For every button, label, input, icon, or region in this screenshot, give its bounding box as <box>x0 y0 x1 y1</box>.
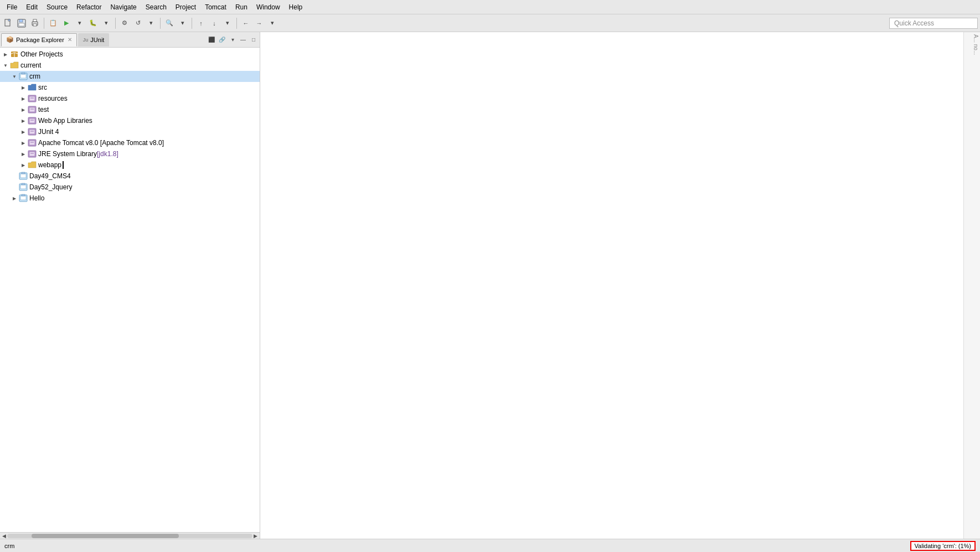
tree-label-jre-system-library: JRE System Library <box>38 150 97 158</box>
external-tools-button[interactable]: ⚙ <box>118 17 131 29</box>
run-dropdown[interactable]: ▾ <box>74 17 86 29</box>
toolbar-sep-4 <box>192 18 192 29</box>
svg-rect-36 <box>22 183 25 185</box>
scrollbar-thumb[interactable] <box>32 534 179 538</box>
toolbar-sep-2 <box>115 18 116 29</box>
forward-button[interactable]: → <box>253 17 265 29</box>
tree-item-webapp[interactable]: webapp <box>0 159 260 171</box>
tab-package-explorer[interactable]: 📦 Package Explorer ✕ <box>1 33 77 47</box>
menu-help[interactable]: Help <box>285 2 307 12</box>
view-menu-button[interactable]: ▾ <box>228 35 238 45</box>
tree-arrow-jre-system-library[interactable] <box>19 149 28 158</box>
tree-item-other-projects[interactable]: Other Projects <box>0 49 260 60</box>
tree-item-apache-tomcat[interactable]: Apache Tomcat v8.0 [Apache Tomcat v8.0] <box>0 137 260 148</box>
run-button[interactable]: ▶ <box>60 17 73 29</box>
svg-rect-32 <box>20 174 26 178</box>
scroll-right-button[interactable]: ▶ <box>252 533 259 539</box>
tree-item-junit4[interactable]: JUnit 4 <box>0 126 260 137</box>
tree-label-secondary-jre-system-library: [jdk1.8] <box>97 150 118 158</box>
collapse-all-button[interactable]: ⬛ <box>207 35 216 45</box>
menu-edit[interactable]: Edit <box>22 2 42 12</box>
tree-icon-apache-tomcat <box>28 138 37 147</box>
tree-label-test: test <box>38 106 49 114</box>
tab-junit[interactable]: Ju JUnit <box>78 33 110 47</box>
annotation-dropdown[interactable]: ▾ <box>221 17 234 29</box>
tree-arrow-webapp[interactable] <box>19 161 28 169</box>
tree-arrow-web-app-libraries[interactable] <box>19 116 28 125</box>
tree-label-resources: resources <box>38 95 68 102</box>
menu-file[interactable]: File <box>2 2 22 12</box>
print-button[interactable] <box>29 17 41 29</box>
svg-rect-20 <box>29 118 35 123</box>
back-button[interactable]: ← <box>240 17 252 29</box>
tree-panel[interactable]: Other Projectscurrentcrmsrcresourcestest… <box>0 48 260 532</box>
tree-arrow-test[interactable] <box>19 105 28 114</box>
text-cursor <box>63 161 64 169</box>
tree-arrow-resources[interactable] <box>19 94 28 103</box>
next-annotation-button[interactable]: ↓ <box>208 17 220 29</box>
search-button[interactable]: 🔍 <box>163 17 176 29</box>
tree-scrollbar[interactable]: ◀ ▶ <box>0 532 260 539</box>
tree-label-src: src <box>38 84 47 91</box>
tree-icon-src <box>28 83 37 92</box>
tree-item-day49[interactable]: Day49_CMS4 <box>0 171 260 182</box>
scroll-left-button[interactable]: ◀ <box>1 533 7 539</box>
new-button[interactable] <box>2 17 14 29</box>
svg-rect-23 <box>29 130 35 134</box>
tree-icon-day49 <box>19 172 28 180</box>
prev-annotation-button[interactable]: ↑ <box>195 17 207 29</box>
svg-rect-12 <box>22 73 25 74</box>
tree-arrow-crm[interactable] <box>10 72 19 81</box>
menu-bar: File Edit Source Refactor Navigate Searc… <box>0 0 980 14</box>
menu-refactor[interactable]: Refactor <box>72 2 106 12</box>
properties-button[interactable]: 📋 <box>47 17 59 29</box>
panel-tab-actions: ⬛ 🔗 ▾ — □ <box>207 35 259 45</box>
debug-button[interactable]: 🐛 <box>87 17 99 29</box>
tree-item-day52[interactable]: Day52_Jquery <box>0 182 260 193</box>
tree-label-apache-tomcat: Apache Tomcat v8.0 [Apache Tomcat v8.0] <box>38 139 164 147</box>
tree-icon-resources <box>28 94 37 103</box>
link-with-editor-button[interactable]: 🔗 <box>217 35 227 45</box>
menu-source[interactable]: Source <box>42 2 72 12</box>
tree-item-current[interactable]: current <box>0 60 260 71</box>
status-right: Validating 'crm': (1%) <box>910 541 976 551</box>
quick-access-input[interactable]: Quick Access <box>889 18 978 29</box>
menu-search[interactable]: Search <box>141 2 171 12</box>
toolbar-sep-3 <box>160 18 161 29</box>
junit-label: JUnit <box>90 37 104 43</box>
debug-dropdown[interactable]: ▾ <box>100 17 112 29</box>
menu-run[interactable]: Run <box>231 2 252 12</box>
tree-arrow-junit4[interactable] <box>19 127 28 136</box>
refresh-dropdown[interactable]: ▾ <box>145 17 157 29</box>
tree-item-hello[interactable]: Hello <box>0 193 260 204</box>
save-button[interactable] <box>16 17 28 29</box>
package-explorer-label: Package Explorer <box>16 37 64 43</box>
menu-tomcat[interactable]: Tomcat <box>200 2 231 12</box>
tree-item-crm[interactable]: crm <box>0 71 260 82</box>
tree-arrow-current[interactable] <box>1 61 10 70</box>
refresh-button[interactable]: ↺ <box>132 17 144 29</box>
search-dropdown[interactable]: ▾ <box>177 17 189 29</box>
tree-item-test[interactable]: test <box>0 104 260 115</box>
tree-item-resources[interactable]: resources <box>0 93 260 104</box>
forward-dropdown[interactable]: ▾ <box>266 17 278 29</box>
tree-arrow-src[interactable] <box>19 83 28 92</box>
menu-navigate[interactable]: Navigate <box>106 2 141 12</box>
tree-label-current: current <box>20 61 41 69</box>
menu-window[interactable]: Window <box>252 2 285 12</box>
tree-icon-junit4 <box>28 127 37 136</box>
maximize-panel-button[interactable]: □ <box>249 35 259 45</box>
package-explorer-close[interactable]: ✕ <box>68 37 72 43</box>
tree-item-web-app-libraries[interactable]: Web App Libraries <box>0 115 260 126</box>
tree-arrow-apache-tomcat[interactable] <box>19 138 28 147</box>
tree-arrow-other-projects[interactable] <box>1 50 10 59</box>
menu-project[interactable]: Project <box>171 2 200 12</box>
tree-icon-other-projects <box>10 50 19 59</box>
status-bar: crm Validating 'crm': (1%) <box>0 539 980 552</box>
tree-item-src[interactable]: src <box>0 82 260 93</box>
tree-item-jre-system-library[interactable]: JRE System Library [jdk1.8] <box>0 148 260 159</box>
right-panel: A... no... <box>260 32 980 539</box>
tree-arrow-hello[interactable] <box>10 194 19 203</box>
svg-rect-14 <box>29 96 35 101</box>
minimize-panel-button[interactable]: — <box>238 35 248 45</box>
